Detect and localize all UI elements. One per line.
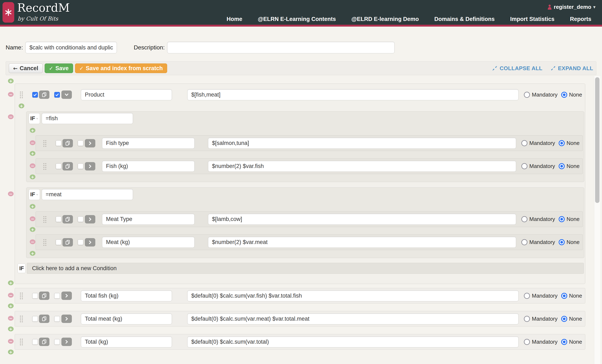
add-condition-if-button[interactable]: IF [18,263,26,273]
add-field-button[interactable]: + [8,78,14,83]
drag-handle[interactable] [20,91,23,98]
field-label-input[interactable] [81,290,172,301]
none-radio[interactable] [561,293,567,299]
field-checkbox-1[interactable] [32,92,38,98]
expand-field-button[interactable] [85,162,95,171]
none-radio[interactable] [559,216,565,222]
add-field-button[interactable]: + [30,174,35,179]
mandatory-radio[interactable] [524,339,530,345]
mandatory-radio[interactable] [521,239,527,245]
drag-handle[interactable] [43,139,47,147]
none-radio[interactable] [561,316,567,322]
none-radio[interactable] [561,339,567,345]
field-label-input[interactable] [102,138,194,149]
remove-field-button[interactable]: − [8,339,14,344]
add-field-button[interactable]: + [8,280,14,285]
field-checkbox-1[interactable] [56,239,61,245]
field-checkbox-2[interactable] [78,140,83,146]
add-field-button[interactable]: + [30,204,35,209]
remove-condition-button[interactable]: − [8,114,14,119]
duplicate-button[interactable] [39,315,49,323]
scrollbar-thumb[interactable] [595,77,600,203]
nav-home[interactable]: Home [227,16,242,22]
expand-field-button[interactable] [61,315,72,323]
field-value-input[interactable] [208,161,516,172]
add-field-button[interactable]: + [30,128,35,133]
field-label-input[interactable] [102,214,194,225]
mandatory-radio[interactable] [521,216,527,222]
field-label-input[interactable] [81,336,172,347]
drag-handle[interactable] [20,315,23,322]
drag-handle[interactable] [43,238,47,246]
field-checkbox-2[interactable] [54,293,60,299]
remove-field-button[interactable]: − [8,293,14,298]
nav-elrn-elearning-contents[interactable]: @ELRN E-Learning Contents [258,16,336,22]
field-value-input[interactable] [208,138,516,149]
field-checkbox-2[interactable] [54,316,60,322]
duplicate-button[interactable] [39,90,49,99]
field-checkbox-1[interactable] [56,163,61,169]
remove-field-button[interactable]: − [30,216,35,221]
expand-field-button[interactable] [85,238,95,246]
field-checkbox-1[interactable] [32,316,38,322]
expand-field-button[interactable] [61,338,72,346]
expand-all-button[interactable]: EXPAND ALL [550,65,593,72]
add-field-button[interactable]: + [19,104,24,108]
field-checkbox-2[interactable] [78,216,83,222]
save-button[interactable]: ✓ Save [45,64,73,73]
condition-expression-input[interactable] [42,189,133,200]
name-input[interactable] [25,42,117,54]
field-label-input[interactable] [81,313,172,324]
field-value-input[interactable] [208,237,516,248]
field-checkbox-1[interactable] [56,216,61,222]
condition-operator-button[interactable]: IF [29,189,40,200]
add-field-button[interactable]: + [8,350,14,354]
field-label-input[interactable] [81,89,172,100]
expand-field-button[interactable] [61,291,72,300]
duplicate-button[interactable] [39,338,49,346]
field-label-input[interactable] [102,237,194,248]
nav-elrd-elearning-demo[interactable]: @ELRD E-learning Demo [352,16,419,22]
nav-domains-definitions[interactable]: Domains & Definitions [434,16,494,22]
field-label-input[interactable] [102,161,194,172]
remove-field-button[interactable]: − [30,140,35,145]
field-value-input[interactable] [187,89,519,100]
remove-field-button[interactable]: − [30,239,35,244]
duplicate-button[interactable] [62,139,73,148]
field-checkbox-2[interactable] [54,92,60,98]
collapse-group-button[interactable] [61,90,72,99]
duplicate-button[interactable] [39,291,49,300]
add-field-button[interactable]: + [30,227,35,232]
field-checkbox-1[interactable] [32,339,38,345]
mandatory-radio[interactable] [521,163,527,169]
duplicate-button[interactable] [62,162,73,171]
none-radio[interactable] [559,140,565,146]
remove-field-button[interactable]: − [8,316,14,321]
field-value-input[interactable] [187,336,519,347]
field-value-input[interactable] [187,313,519,324]
drag-handle[interactable] [20,292,23,300]
field-checkbox-2[interactable] [78,163,83,169]
expand-field-button[interactable] [85,215,95,224]
drag-handle[interactable] [20,338,23,346]
field-checkbox-2[interactable] [54,339,60,345]
drag-handle[interactable] [43,162,47,170]
add-condition-strip[interactable]: Click here to add a new Condition [27,263,584,274]
none-radio[interactable] [559,163,565,169]
remove-field-button[interactable]: − [30,163,35,168]
collapse-all-button[interactable]: COLLAPSE ALL [492,65,542,72]
remove-field-button[interactable]: − [8,92,14,97]
field-checkbox-1[interactable] [32,293,38,299]
field-value-input[interactable] [208,214,516,225]
expand-field-button[interactable] [85,139,95,148]
remove-condition-button[interactable]: − [8,192,14,196]
mandatory-radio[interactable] [524,316,530,322]
mandatory-radio[interactable] [524,293,530,299]
none-radio[interactable] [559,239,565,245]
duplicate-button[interactable] [62,238,73,246]
field-checkbox-1[interactable] [56,140,61,146]
duplicate-button[interactable] [62,215,73,224]
add-field-button[interactable]: + [8,303,14,308]
condition-expression-input[interactable] [42,113,133,124]
nav-reports[interactable]: Reports [570,16,591,22]
